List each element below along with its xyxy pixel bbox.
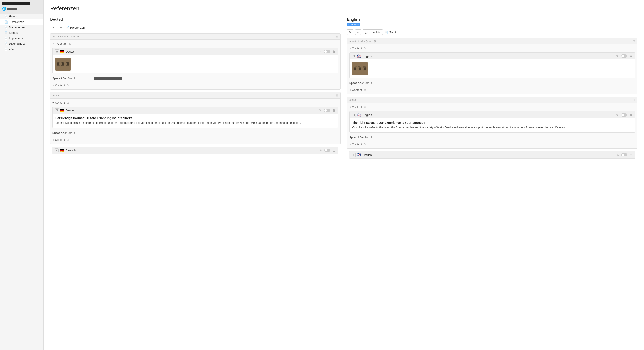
sidebar: 🌐 ▬▬▬▬ 📄 Home 📄 Referenzen 📄 Management …	[0, 0, 44, 350]
plus-icon-2: +	[52, 84, 54, 87]
english-section-header-edit-icon[interactable]: ⊞	[633, 40, 635, 43]
deutsch-item-pencil-btn-1[interactable]: ✎	[319, 49, 322, 54]
deutsch-partial-toggle[interactable]	[324, 149, 330, 152]
english-content-copy-btn-4[interactable]: ⧉	[363, 142, 366, 147]
deutsch-inhalt-space-after: Space After Small	[50, 130, 340, 136]
sidebar-item-kontakt[interactable]: 📄 Kontakt	[0, 30, 43, 36]
deutsch-edit-button[interactable]: ✏	[58, 25, 64, 30]
sidebar-item-impressum[interactable]: 📄 Impressum	[0, 36, 43, 41]
plus-icon-4: +	[52, 138, 54, 141]
english-partial-lang: English	[362, 153, 372, 156]
english-item-delete-btn-1[interactable]: 🗑	[629, 54, 633, 58]
referenzen-doc-icon: 📄	[5, 21, 8, 24]
sidebar-item-datenschutz-label: Datenschutz	[9, 42, 24, 45]
english-add-content-btn-3[interactable]: + Content	[350, 106, 362, 109]
deutsch-add-content-btn-3[interactable]: + Content	[52, 101, 65, 104]
english-inhalt-delete-btn[interactable]: 🗑	[629, 113, 633, 117]
english-inhalt-pencil-btn[interactable]: ✎	[616, 113, 619, 117]
home-doc-icon: 📄	[4, 15, 8, 18]
deutsch-inhalt-delete-btn[interactable]: 🗑	[332, 108, 336, 112]
deutsch-inhalt-edit-icon[interactable]: ⊞	[336, 94, 338, 97]
deutsch-add-content-btn-1[interactable]: + + Content	[52, 42, 67, 45]
deutsch-item-content-img-1	[53, 55, 338, 73]
deutsch-section-inhalt: Inhalt ⊞ + Content ⧉ ⊞ 🇩🇪 Deu	[50, 92, 340, 144]
en-plus-icon-4: +	[350, 143, 351, 146]
english-content-copy-btn-2[interactable]: ⧉	[363, 88, 366, 92]
english-inhalt-item-right: ✎ 🗑	[616, 113, 633, 117]
sidebar-item-referenzen-label: Referenzen	[9, 20, 24, 24]
deutsch-section-header-edit-icon[interactable]: ⊞	[336, 35, 338, 38]
sidebar-item-referenzen[interactable]: 📄 Referenzen	[0, 19, 43, 25]
english-partial-toggle[interactable]	[621, 153, 627, 156]
english-item-toggle-1[interactable]	[621, 55, 627, 58]
english-content-copy-btn-1[interactable]: ⧉	[363, 46, 366, 51]
deutsch-add-content-btn-4[interactable]: + Content	[52, 138, 65, 141]
english-partial-pencil-btn[interactable]: ✎	[616, 153, 620, 157]
translate-icon: 💬	[365, 31, 368, 34]
deutsch-partial-delete-btn[interactable]: 🗑	[332, 148, 336, 153]
deutsch-content-copy-btn-4[interactable]: ⧉	[66, 138, 69, 142]
deutsch-page-label: 📄 Referenzen	[66, 26, 85, 29]
deutsch-item-header-bar-1: ⊞ 🇩🇪 Deutsch ✎ 🗑	[53, 48, 338, 55]
en-content-label-2: Content	[352, 88, 362, 92]
deutsch-partial-header: ⊞ 🇩🇪 Deutsch ✎ 🗑	[52, 147, 338, 154]
page-title: Referenzen	[50, 5, 638, 12]
english-add-content-btn-1[interactable]: + Content	[350, 47, 362, 50]
english-toolbar: 👁 ✏ 💬 Translate 📄 Clients	[347, 30, 638, 35]
english-add-content-btn-4[interactable]: + Content	[350, 143, 362, 146]
deutsch-content-add-row-4: + Content ⧉	[50, 136, 340, 144]
management-doc-icon: 📄	[4, 26, 8, 29]
english-item-pencil-btn-1[interactable]: ✎	[616, 54, 619, 58]
sidebar-item-404-label: 404	[9, 48, 14, 51]
sidebar-item-management[interactable]: 📄 Management	[0, 25, 43, 30]
deutsch-space-after-1: Space After Small ▬▬▬▬▬▬▬▬▬▬▬▬	[50, 76, 340, 81]
english-space-after-1: Space After Small	[347, 80, 637, 86]
english-partial-delete-btn[interactable]: 🗑	[629, 153, 633, 157]
deutsch-inhalt-pencil-btn[interactable]: ✎	[319, 108, 322, 112]
english-item-content-img-1	[350, 60, 635, 78]
english-translate-button[interactable]: 💬 Translate	[363, 30, 383, 35]
sidebar-item-home[interactable]: 📄 Home	[0, 14, 43, 19]
deutsch-content-copy-btn-1[interactable]: ⧉	[68, 42, 72, 46]
deutsch-content-copy-btn-3[interactable]: ⧉	[66, 100, 69, 105]
english-content-copy-btn-3[interactable]: ⧉	[363, 105, 366, 109]
deutsch-content-copy-btn-2[interactable]: ⧉	[66, 83, 69, 88]
sidebar-bullet: •	[0, 52, 43, 58]
kontakt-doc-icon: 📄	[4, 31, 8, 35]
english-inhalt-space-value: Small	[365, 136, 372, 139]
deutsch-inhalt-text-bold: Der richtige Partner: Unsere Erfahrung i…	[55, 116, 335, 120]
deutsch-add-content-btn-2[interactable]: + Content	[52, 84, 65, 87]
english-add-content-btn-2[interactable]: + Content	[350, 88, 362, 92]
sidebar-item-404[interactable]: 📄 404	[0, 47, 43, 52]
redacted-overlay: ▬▬▬▬▬▬▬▬▬▬▬▬	[94, 77, 122, 80]
english-section-inhalt: Inhalt ⊞ + Content ⧉ ⊞ 🇬🇧 Eng	[347, 97, 638, 149]
english-page-label: 📄 Clients	[384, 31, 398, 34]
deutsch-content-add-row-1: + + Content ⧉	[50, 40, 340, 48]
deutsch-inhalt-toggle[interactable]	[324, 109, 330, 112]
deutsch-eye-button[interactable]: 👁	[50, 25, 56, 30]
deutsch-item-toggle-1[interactable]	[324, 50, 330, 53]
deutsch-inhalt-label: Inhalt	[52, 94, 59, 97]
plus-icon-1: +	[52, 42, 54, 45]
sidebar-item-kontakt-label: Kontakt	[9, 31, 18, 35]
deutsch-partial-right: ✎ 🗑	[319, 148, 336, 153]
english-inhalt-edit-icon[interactable]: ⊞	[633, 98, 635, 102]
english-item-left-1: ⊞ 🇬🇧 English	[352, 54, 372, 58]
english-partial-item: ⊞ 🇬🇧 English ✎ 🗑	[349, 151, 635, 159]
deutsch-partial-pencil-btn[interactable]: ✎	[319, 148, 322, 153]
english-eye-button[interactable]: 👁	[347, 30, 353, 35]
english-edit-button[interactable]: ✏	[355, 30, 361, 35]
plus-icon-3: +	[52, 101, 54, 104]
deutsch-partial-lang: Deutsch	[66, 149, 76, 152]
english-page-name: Clients	[389, 31, 398, 34]
english-inhalt-text-regular: Our client list reflects the breadth of …	[352, 125, 632, 130]
english-inhalt-toggle[interactable]	[621, 113, 627, 117]
deutsch-item-delete-btn-1[interactable]: 🗑	[332, 49, 336, 54]
english-content-add-row-2: + Content ⧉	[347, 86, 637, 94]
english-inhalt-content: The right partner: Our experience is you…	[350, 118, 635, 132]
deutsch-page-doc-icon: 📄	[66, 26, 69, 29]
en-space-after-label-1: Space After	[350, 82, 364, 85]
deutsch-partial-sq-icon: ⊞	[55, 148, 58, 152]
deutsch-partial-item: ⊞ 🇩🇪 Deutsch ✎ 🗑	[52, 147, 338, 154]
sidebar-item-datenschutz[interactable]: 📄 Datenschutz	[0, 41, 43, 47]
